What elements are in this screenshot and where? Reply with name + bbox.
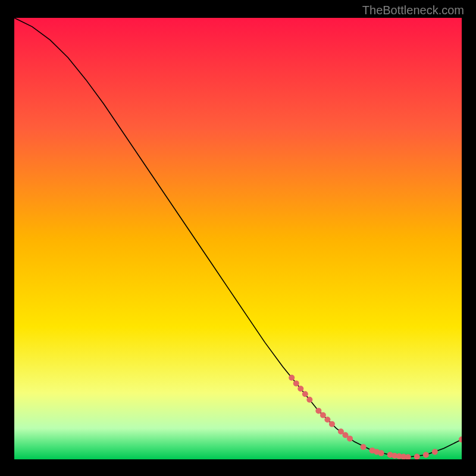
- highlight-point: [361, 444, 367, 450]
- chart-container: TheBottleneck.com: [0, 0, 476, 476]
- watermark-text: TheBottleneck.com: [362, 4, 464, 17]
- highlight-point: [302, 391, 308, 397]
- highlight-point: [423, 452, 429, 458]
- highlight-point: [306, 397, 312, 403]
- chart-svg: [14, 18, 462, 459]
- highlight-point: [347, 436, 353, 441]
- highlight-point: [289, 375, 295, 381]
- highlight-point: [298, 386, 303, 392]
- highlight-point: [320, 412, 326, 418]
- highlight-point: [315, 408, 321, 414]
- highlight-point: [432, 449, 438, 455]
- highlight-point: [293, 380, 299, 386]
- highlight-point: [329, 421, 335, 427]
- highlight-point: [378, 450, 384, 456]
- gradient-background: [14, 18, 462, 459]
- plot-area: [14, 18, 462, 459]
- highlight-point: [324, 416, 330, 422]
